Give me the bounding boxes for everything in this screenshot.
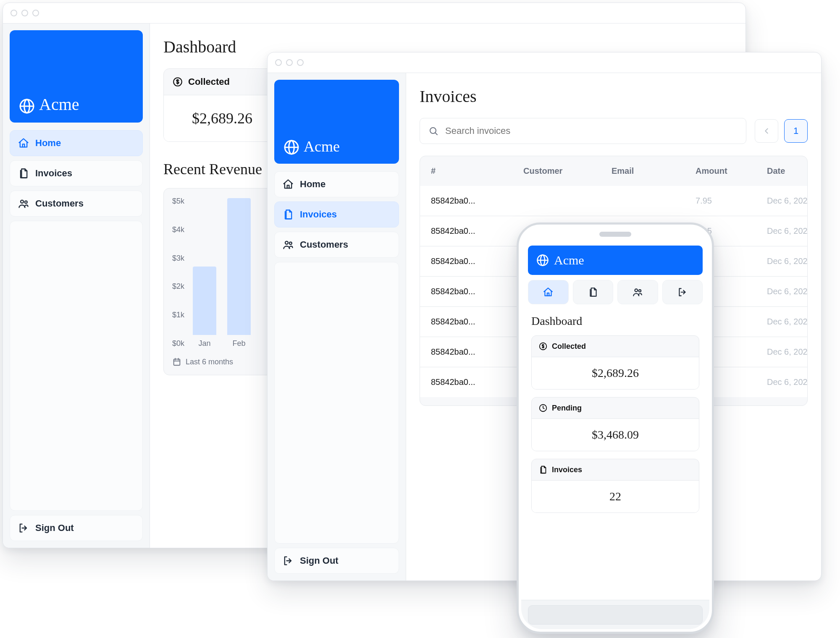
cell-id: 85842ba0...	[431, 377, 523, 387]
sidebar-item-label: Sign Out	[35, 523, 74, 533]
home-icon	[543, 287, 554, 298]
cell-id: 85842ba0...	[431, 287, 523, 296]
stat-label: Collected	[188, 76, 230, 87]
cell-date: Dec 6, 2022	[767, 287, 808, 296]
document-icon	[588, 287, 598, 298]
globe-icon	[536, 254, 549, 267]
customers-icon	[632, 287, 643, 298]
cell-id: 85842ba0...	[431, 317, 523, 327]
stat-label: Collected	[552, 342, 586, 351]
clock-icon	[538, 403, 548, 413]
globe-icon	[19, 98, 35, 114]
dollar-icon	[538, 342, 548, 351]
brand-name: Acme	[39, 94, 79, 114]
sidebar-item-label: Customers	[35, 198, 84, 209]
mobile-device: Acme Dashboard Collected $2	[517, 222, 714, 634]
mobile-bottom-button[interactable]	[528, 605, 703, 625]
document-icon	[18, 167, 29, 179]
traffic-lights	[3, 3, 746, 23]
th-id: #	[431, 166, 523, 176]
mobile-stat-invoices: Invoices 22	[531, 459, 699, 513]
sidebar-item-label: Invoices	[35, 168, 72, 179]
sidebar-item-customers[interactable]: Customers	[274, 232, 399, 258]
dollar-icon	[172, 76, 183, 87]
brand-name: Acme	[554, 253, 584, 267]
cell-id: 85842ba0...	[431, 256, 523, 266]
brand-logo-mobile: Acme	[528, 246, 703, 275]
table-row[interactable]: 85842ba0...7.95Dec 6, 2022	[420, 186, 807, 216]
sidebar-item-invoices[interactable]: Invoices	[10, 160, 143, 186]
sidebar: Acme Home Invoices Customers Sign Out	[3, 24, 150, 548]
sidebar: Acme Home Invoices Customers Sign Out	[268, 73, 406, 580]
mobile-nav-customers[interactable]	[617, 280, 658, 304]
pager-page-button[interactable]: 1	[784, 119, 808, 143]
sidebar-spacer	[10, 221, 143, 511]
sidebar-item-signout[interactable]: Sign Out	[10, 515, 143, 541]
pager-prev-button[interactable]	[755, 119, 778, 143]
brand-logo: Acme	[274, 80, 399, 164]
th-customer: Customer	[523, 166, 612, 176]
stat-value: 22	[532, 480, 699, 512]
chart-footer-label: Last 6 months	[186, 358, 233, 366]
cell-id: 85842ba0...	[431, 196, 523, 206]
mobile-nav	[521, 280, 709, 309]
chart-yticks: $5k $4k $3k $2k $1k $0k	[172, 197, 184, 348]
cell-id: 85842ba0...	[431, 226, 523, 236]
sign-out-icon	[677, 287, 688, 298]
sidebar-item-label: Customers	[300, 239, 348, 250]
sidebar-item-signout[interactable]: Sign Out	[274, 548, 399, 574]
chart-bar-label: Feb	[233, 339, 246, 348]
mobile-main: Dashboard Collected $2,689.26 Pending $3…	[521, 309, 709, 600]
document-icon	[538, 465, 548, 474]
home-icon	[282, 178, 294, 190]
stat-label: Invoices	[552, 465, 582, 474]
mobile-nav-signout[interactable]	[662, 280, 703, 304]
mobile-nav-home[interactable]	[528, 280, 569, 304]
th-email: Email	[612, 166, 696, 176]
bar-wrap: Feb	[227, 198, 251, 348]
sidebar-item-home[interactable]: Home	[274, 171, 399, 197]
customers-icon	[18, 198, 29, 209]
stat-card-collected: Collected $2,689.26	[163, 68, 281, 142]
table-header: # Customer Email Amount Date	[420, 156, 807, 186]
mobile-bottom-bar	[521, 600, 709, 629]
stat-value: $3,468.09	[532, 418, 699, 451]
cell-date: Dec 6, 2022	[767, 377, 808, 387]
home-icon	[18, 137, 29, 149]
chart-bar	[227, 198, 251, 335]
mobile-nav-invoices[interactable]	[573, 280, 614, 304]
sidebar-item-label: Sign Out	[300, 555, 339, 566]
traffic-lights	[268, 52, 821, 73]
bar-wrap: Jan	[193, 267, 216, 348]
sidebar-item-label: Home	[35, 138, 61, 149]
cell-date: Dec 6, 2022	[767, 226, 808, 236]
mobile-stat-collected: Collected $2,689.26	[531, 335, 699, 390]
pagination: 1	[755, 119, 808, 143]
stat-value: $2,689.26	[164, 95, 281, 141]
sign-out-icon	[282, 555, 294, 567]
search-input[interactable]	[444, 125, 738, 137]
brand-logo: Acme	[10, 30, 143, 123]
cell-date: Dec 6, 2022	[767, 196, 808, 206]
cell-date: Dec 6, 2022	[767, 256, 808, 266]
search-input-wrap[interactable]	[420, 118, 746, 144]
chart-bars: JanFeb	[193, 197, 251, 348]
stat-value: $2,689.26	[532, 357, 699, 389]
sidebar-item-label: Invoices	[300, 209, 337, 220]
chart-bar	[193, 267, 216, 335]
sidebar-item-home[interactable]: Home	[10, 130, 143, 156]
th-amount: Amount	[696, 166, 767, 176]
chart-bar-label: Jan	[199, 339, 211, 348]
cell-date: Dec 6, 2022	[767, 317, 808, 327]
sidebar-item-label: Home	[300, 179, 326, 190]
cell-date: Dec 6, 2022	[767, 347, 808, 357]
th-date: Date	[767, 166, 808, 176]
brand-name: Acme	[304, 138, 340, 155]
globe-icon	[284, 139, 299, 155]
cell-id: 85842ba0...	[431, 347, 523, 357]
sidebar-item-customers[interactable]: Customers	[10, 191, 143, 217]
sidebar-item-invoices[interactable]: Invoices	[274, 201, 399, 227]
sidebar-spacer	[274, 262, 399, 544]
arrow-left-icon	[762, 126, 771, 136]
mobile-stat-pending: Pending $3,468.09	[531, 397, 699, 451]
